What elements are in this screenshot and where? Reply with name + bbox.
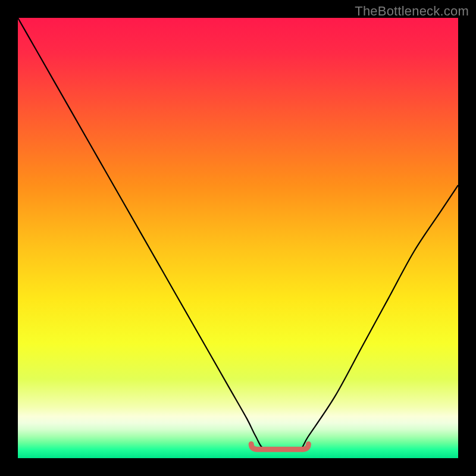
plot-area bbox=[18, 18, 458, 458]
chart-frame: TheBottleneck.com bbox=[0, 0, 476, 476]
watermark-text: TheBottleneck.com bbox=[355, 4, 469, 19]
bottleneck-curve bbox=[18, 18, 458, 450]
curve-layer bbox=[18, 18, 458, 458]
